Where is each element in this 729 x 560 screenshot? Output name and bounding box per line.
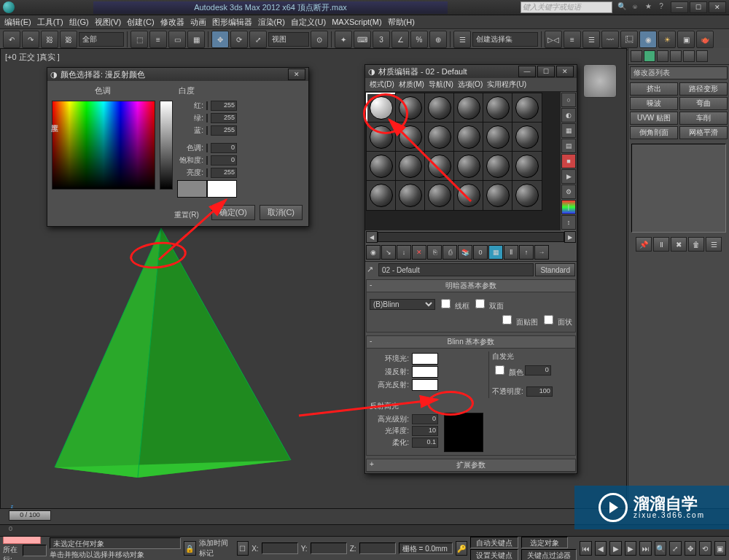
mod-pathdeform[interactable]: 路径变形	[679, 82, 728, 96]
menu-grapheditors[interactable]: 图形编辑器	[212, 17, 252, 28]
hue-slider[interactable]	[206, 144, 208, 152]
link-button[interactable]: ⛓	[41, 31, 58, 48]
material-slot[interactable]	[424, 122, 455, 152]
viewport-label[interactable]: [+0 正交 ]真实 ]	[5, 52, 60, 63]
remove-button[interactable]: 🗑	[688, 237, 704, 252]
material-slot[interactable]	[512, 93, 542, 123]
whiteness-slider[interactable]	[160, 101, 173, 190]
material-slot[interactable]	[453, 180, 484, 211]
tab-create[interactable]	[631, 50, 642, 62]
menu-edit[interactable]: 编辑(E)	[4, 17, 31, 28]
lock-selection-button[interactable]: 🔒	[184, 541, 195, 556]
material-slot[interactable]	[512, 122, 542, 152]
layers-button[interactable]: ☰	[582, 31, 600, 48]
gloss-value[interactable]: 10	[412, 426, 438, 436]
play-button[interactable]: ▶	[609, 541, 621, 556]
material-slot[interactable]	[395, 180, 426, 211]
select-object-button[interactable]: ⬚	[130, 31, 148, 48]
material-slot[interactable]	[424, 93, 455, 123]
show-end-button[interactable]: Ⅱ	[653, 237, 669, 252]
put-to-scene-icon[interactable]: ↘	[381, 245, 396, 260]
material-slot[interactable]	[483, 93, 513, 123]
material-slot[interactable]	[366, 151, 397, 182]
selected-filter[interactable]: 选定对象	[521, 537, 568, 548]
pan-button[interactable]: ✥	[685, 541, 696, 556]
percent-snap-button[interactable]: %	[410, 31, 428, 48]
mtl-map-nav-icon[interactable]: ↕	[561, 215, 576, 230]
menu-group[interactable]: 组(G)	[69, 17, 89, 28]
modifier-stack[interactable]	[631, 144, 726, 233]
mat-menu-modes[interactable]: 模式(D)	[370, 79, 394, 90]
snap-button[interactable]: 3	[373, 31, 390, 48]
rollout-header[interactable]: -Blinn 基本参数	[367, 336, 575, 349]
tab-hierarchy[interactable]	[657, 50, 668, 62]
spinner-snap-button[interactable]: ⊕	[429, 31, 447, 48]
tab-display[interactable]	[683, 50, 695, 62]
menu-views[interactable]: 视图(V)	[95, 17, 122, 28]
options-icon[interactable]: ⚙	[561, 184, 576, 199]
material-editor-button[interactable]: ◉	[639, 31, 657, 48]
zoom-button[interactable]: 🔍	[655, 541, 666, 556]
menu-tools[interactable]: 工具(T)	[37, 17, 63, 28]
minimize-icon[interactable]: —	[518, 66, 536, 77]
sample-type-icon[interactable]: ○	[561, 93, 576, 107]
val-slider[interactable]	[206, 168, 208, 177]
mat-menu-options[interactable]: 选项(O)	[458, 79, 483, 90]
next-frame-button[interactable]: ▶	[625, 541, 636, 556]
backlight-icon[interactable]: ◐	[561, 108, 576, 122]
undo-button[interactable]: ↶	[3, 31, 20, 48]
material-slot[interactable]	[366, 180, 397, 211]
pick-icon[interactable]: ↗	[367, 265, 377, 275]
spec-level-value[interactable]: 0	[412, 414, 438, 424]
render-button[interactable]: 🫖	[696, 31, 714, 48]
select-by-mat-icon[interactable]: |	[561, 200, 576, 214]
prev-frame-button[interactable]: ◀	[595, 541, 607, 556]
mod-bevel[interactable]: 倒角剖面	[630, 126, 678, 139]
menu-customize[interactable]: 自定义(U)	[291, 17, 326, 28]
green-value[interactable]: 255	[211, 113, 237, 123]
assign-icon[interactable]: ↓	[397, 245, 411, 260]
ref-coord-dropdown[interactable]: 视图	[268, 32, 309, 47]
time-slider-handle[interactable]: 0 / 100	[9, 510, 51, 521]
val-value[interactable]: 255	[211, 168, 237, 178]
menu-modifiers[interactable]: 修改器	[160, 17, 184, 28]
unique-button[interactable]: ✖	[671, 237, 687, 252]
viewcube[interactable]	[583, 64, 617, 98]
shader-dropdown[interactable]: (B)Blinn	[370, 299, 435, 310]
render-setup-button[interactable]: ☀	[658, 31, 676, 48]
manipulate-button[interactable]: ✦	[335, 31, 352, 48]
menu-help[interactable]: 帮助(H)	[388, 17, 415, 28]
named-selset-button[interactable]: ☰	[453, 31, 471, 48]
material-type-button[interactable]: Standard	[535, 263, 575, 276]
go-forward-icon[interactable]: →	[534, 245, 549, 260]
make-copy-icon[interactable]: ⎘	[427, 245, 442, 260]
mod-bend[interactable]: 弯曲	[679, 97, 728, 110]
material-slot[interactable]	[483, 151, 513, 182]
mod-uvw[interactable]: UVW 贴图	[630, 112, 678, 125]
blue-slider[interactable]	[206, 126, 208, 135]
diffuse-swatch[interactable]	[412, 366, 438, 378]
script-listener[interactable]	[3, 536, 41, 544]
green-slider[interactable]	[206, 114, 208, 122]
specular-swatch[interactable]	[412, 379, 438, 391]
material-sample-slots[interactable]	[365, 92, 561, 230]
sat-slider[interactable]	[206, 156, 208, 165]
material-name-field[interactable]: 02 - Default	[378, 263, 534, 276]
soften-value[interactable]: 0.1	[412, 438, 438, 448]
material-slot[interactable]	[395, 93, 426, 123]
keyboard-button[interactable]: ⌨	[354, 31, 371, 48]
scroll-track[interactable]	[378, 232, 564, 242]
selection-filter[interactable]: 全部	[79, 32, 124, 47]
max-toggle-button[interactable]: ▣	[714, 541, 726, 556]
restore-icon[interactable]: ☐	[537, 66, 555, 77]
show-in-vp-icon[interactable]: ▦	[488, 245, 503, 260]
align-button[interactable]: ≡	[564, 31, 581, 48]
scroll-left-icon[interactable]: ◀	[366, 231, 378, 243]
opacity-value[interactable]: 100	[526, 386, 553, 397]
material-slot[interactable]	[395, 151, 426, 182]
self-illum-value[interactable]: 0	[525, 365, 551, 376]
material-editor-titlebar[interactable]: ◑ 材质编辑器 - 02 - Default — ☐ ✕	[365, 65, 577, 78]
preview-icon[interactable]: ▶	[561, 169, 576, 184]
infocenter-icon[interactable]: 🔍	[617, 2, 627, 12]
red-slider[interactable]	[206, 101, 208, 110]
